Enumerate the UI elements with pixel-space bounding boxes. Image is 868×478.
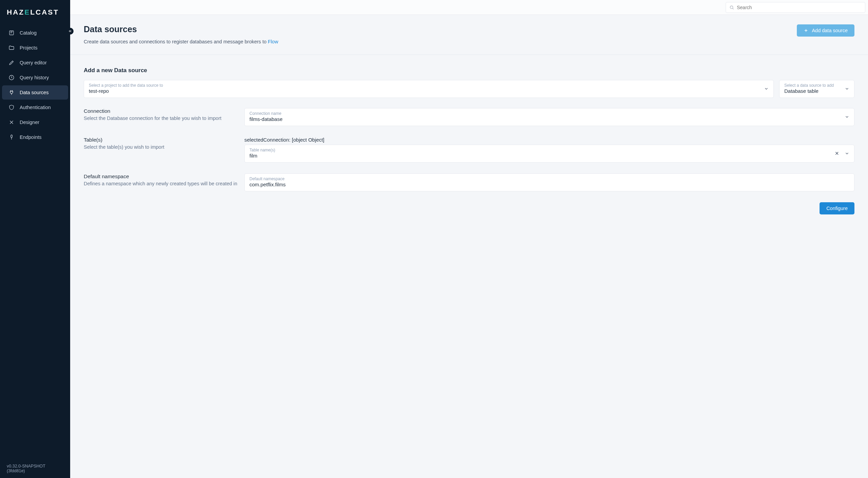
sidebar-item-label: Query history <box>20 75 49 80</box>
add-data-source-button[interactable]: Add data source <box>797 24 854 37</box>
sidebar-item-query-editor[interactable]: Query editor <box>2 56 68 70</box>
namespace-value: com.petflix.films <box>249 182 286 187</box>
project-label: Select a project to add the data source … <box>89 83 761 88</box>
sidebar-item-label: Catalog <box>20 30 37 36</box>
tables-desc: Select the table(s) you wish to import <box>84 144 238 150</box>
chevron-double-left-icon <box>68 29 72 33</box>
sidebar-item-label: Data sources <box>20 90 48 95</box>
sidebar-item-label: Authentication <box>20 105 51 110</box>
form-content: Add a new Data source Select a project t… <box>70 55 868 228</box>
logo-post: LCAST <box>30 8 59 16</box>
pencil-icon <box>8 59 15 66</box>
main: Data sources Create data sources and con… <box>70 0 868 478</box>
plug-icon <box>8 89 15 96</box>
search-box[interactable] <box>726 2 865 13</box>
flow-link[interactable]: Flow <box>268 39 278 44</box>
page-title: Data sources <box>84 24 797 34</box>
sidebar-item-designer[interactable]: Designer <box>2 115 68 129</box>
tables-field-label: Table name(s) <box>249 148 835 152</box>
folder-icon <box>8 44 15 51</box>
tables-title: Table(s) <box>84 137 238 143</box>
collapse-sidebar-button[interactable] <box>67 28 74 35</box>
sidebar-item-data-sources[interactable]: Data sources <box>2 85 68 100</box>
namespace-field-label: Default namespace <box>249 176 849 181</box>
namespace-title: Default namespace <box>84 173 238 180</box>
catalog-icon <box>8 29 15 36</box>
type-value: Database table <box>784 88 819 94</box>
chevron-down-icon[interactable] <box>845 151 849 156</box>
sidebar-item-catalog[interactable]: Catalog <box>2 26 68 40</box>
tables-value: film <box>249 153 257 159</box>
namespace-desc: Defines a namespace which any newly crea… <box>84 181 238 186</box>
sidebar-item-label: Endpoints <box>20 134 42 140</box>
connection-desc: Select the Database connection for the t… <box>84 116 238 121</box>
logo-pre: HAZ <box>7 8 24 16</box>
plus-icon <box>804 28 808 33</box>
chevron-down-icon[interactable] <box>845 115 849 119</box>
namespace-input[interactable]: Default namespace com.petflix.films <box>244 173 854 191</box>
sidebar-item-label: Query editor <box>20 60 47 65</box>
topbar <box>70 0 868 15</box>
shield-icon <box>8 104 15 111</box>
page-header: Data sources Create data sources and con… <box>70 15 868 55</box>
add-button-label: Add data source <box>812 28 848 33</box>
nav: Catalog Projects Query editor Query hist… <box>0 22 70 145</box>
chevron-down-icon[interactable] <box>764 86 769 91</box>
sidebar: HAZELCAST Catalog Projects Query editor … <box>0 0 70 478</box>
logo: HAZELCAST <box>0 0 70 22</box>
logo-accent: E <box>24 8 30 16</box>
section-title: Add a new Data source <box>84 67 854 74</box>
connection-value: films-database <box>249 116 283 122</box>
sidebar-item-query-history[interactable]: Query history <box>2 70 68 85</box>
sidebar-item-endpoints[interactable]: Endpoints <box>2 130 68 144</box>
chevron-down-icon[interactable] <box>845 86 849 91</box>
clear-icon[interactable]: ✕ <box>835 150 839 157</box>
project-select[interactable]: Select a project to add the data source … <box>84 80 774 98</box>
configure-button[interactable]: Configure <box>820 202 854 214</box>
data-source-type-select[interactable]: Select a data source to add Database tab… <box>779 80 854 98</box>
history-icon <box>8 74 15 81</box>
tools-icon <box>8 119 15 126</box>
page-subtitle: Create data sources and connections to r… <box>84 39 797 44</box>
sidebar-item-authentication[interactable]: Authentication <box>2 100 68 115</box>
sidebar-item-projects[interactable]: Projects <box>2 41 68 55</box>
type-label: Select a data source to add <box>784 83 842 88</box>
endpoint-icon <box>8 134 15 141</box>
tables-select[interactable]: Table name(s) film ✕ <box>244 145 854 163</box>
sidebar-item-label: Projects <box>20 45 37 50</box>
connection-select[interactable]: Connection name films-database <box>244 108 854 126</box>
connection-field-label: Connection name <box>249 111 842 116</box>
search-input[interactable] <box>737 5 862 10</box>
svg-point-3 <box>730 6 733 8</box>
project-value: test-repo <box>89 88 109 94</box>
search-icon <box>729 5 734 10</box>
version-text: v0.32.0-SNAPSHOT (3fdd81e) <box>0 459 70 478</box>
svg-rect-2 <box>11 135 13 138</box>
sidebar-item-label: Designer <box>20 120 39 125</box>
connection-title: Connection <box>84 108 238 114</box>
selected-connection-debug: selectedConnection: [object Object] <box>244 137 854 143</box>
